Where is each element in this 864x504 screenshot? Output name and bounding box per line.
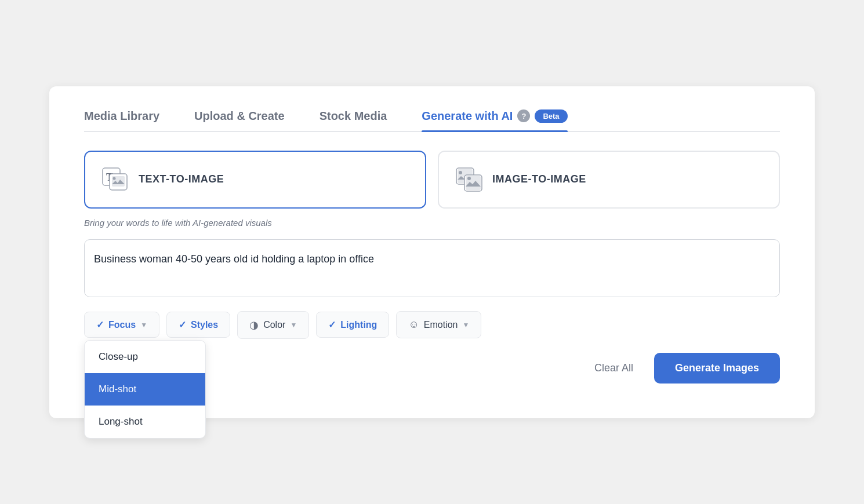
emotion-face-icon: ☺ <box>408 319 419 331</box>
filter-row: ✓ Focus ▼ Close-up Mid-shot Long-shot ✓ … <box>84 311 780 339</box>
focus-filter-wrapper: ✓ Focus ▼ Close-up Mid-shot Long-shot <box>84 312 159 338</box>
beta-badge: Beta <box>535 109 567 123</box>
styles-filter-btn[interactable]: ✓ Styles <box>166 312 230 338</box>
lighting-filter-btn[interactable]: ✓ Lighting <box>316 312 389 338</box>
subtitle: Bring your words to life with AI-generat… <box>84 218 780 228</box>
focus-option-midshot[interactable]: Mid-shot <box>85 373 205 406</box>
mode-text-to-image[interactable]: T TEXT-TO-IMAGE <box>84 151 426 209</box>
focus-option-longshot[interactable]: Long-shot <box>85 406 205 438</box>
focus-chevron-icon: ▼ <box>140 321 147 329</box>
image-to-image-icon <box>455 166 483 193</box>
color-label: Color <box>263 320 285 330</box>
image-to-image-label: IMAGE-TO-IMAGE <box>492 173 586 185</box>
help-icon[interactable]: ? <box>517 109 530 122</box>
focus-dropdown: Close-up Mid-shot Long-shot <box>84 340 206 439</box>
mode-cards: T TEXT-TO-IMAGE <box>84 151 780 209</box>
tab-generate-ai-label: Generate with AI <box>422 109 513 123</box>
tab-bar: Media Library Upload & Create Stock Medi… <box>84 109 780 132</box>
color-filter-btn[interactable]: ◑ Color ▼ <box>237 311 309 339</box>
tab-generate-ai[interactable]: Generate with AI ? Beta <box>422 109 567 131</box>
main-panel: Media Library Upload & Create Stock Medi… <box>49 86 815 418</box>
color-drop-icon: ◑ <box>249 319 259 331</box>
generate-images-button[interactable]: Generate Images <box>654 353 780 384</box>
focus-filter-btn[interactable]: ✓ Focus ▼ <box>84 312 159 338</box>
focus-option-closeup[interactable]: Close-up <box>85 341 205 373</box>
focus-label: Focus <box>108 320 136 330</box>
tab-media-library[interactable]: Media Library <box>84 109 159 131</box>
color-chevron-icon: ▼ <box>290 321 297 329</box>
tab-upload-create[interactable]: Upload & Create <box>194 109 285 131</box>
emotion-filter-btn[interactable]: ☺ Emotion ▼ <box>396 311 481 338</box>
lighting-label: Lighting <box>340 320 377 330</box>
styles-check-icon: ✓ <box>179 319 186 330</box>
emotion-label: Emotion <box>424 320 458 330</box>
styles-label: Styles <box>191 320 218 330</box>
svg-point-7 <box>459 171 462 174</box>
focus-check-icon: ✓ <box>96 319 104 330</box>
emotion-chevron-icon: ▼ <box>462 321 469 329</box>
svg-point-10 <box>467 177 471 180</box>
tab-stock-media[interactable]: Stock Media <box>320 109 387 131</box>
clear-all-button[interactable]: Clear All <box>585 357 642 379</box>
mode-image-to-image[interactable]: IMAGE-TO-IMAGE <box>438 151 780 209</box>
lighting-check-icon: ✓ <box>328 319 336 330</box>
text-to-image-label: TEXT-TO-IMAGE <box>139 173 224 185</box>
prompt-textarea[interactable] <box>84 239 780 297</box>
text-to-image-icon: T <box>101 166 129 193</box>
svg-point-4 <box>113 177 116 180</box>
